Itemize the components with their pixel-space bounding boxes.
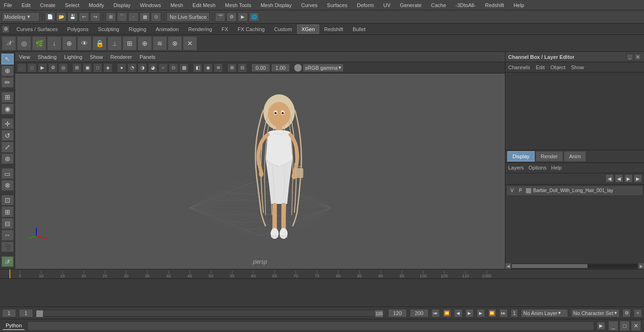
- menu-generate[interactable]: Generate: [398, 1, 423, 9]
- scroll-track[interactable]: [512, 264, 637, 268]
- menu-help[interactable]: Help: [512, 1, 526, 9]
- menu-select[interactable]: Select: [63, 1, 82, 9]
- shelf-icon-8[interactable]: ⟂: [107, 36, 122, 50]
- layers-menu-help[interactable]: Help: [551, 165, 562, 170]
- script-tab-python[interactable]: Python: [3, 322, 25, 330]
- vp-cam-settings-btn[interactable]: ⚙: [48, 63, 58, 73]
- script-run-btn[interactable]: ▶: [597, 322, 605, 330]
- vp-shading4-btn[interactable]: ◕: [148, 63, 157, 73]
- layer-arrow-right2[interactable]: ▶: [634, 174, 642, 183]
- timeline-track[interactable]: [0, 279, 644, 307]
- layers-scrollbar[interactable]: ◀ ▶: [505, 263, 644, 269]
- vp-texture-btn[interactable]: ▦: [179, 63, 189, 73]
- shelf-icon-6[interactable]: 👁: [77, 36, 91, 50]
- snap-surface-btn[interactable]: ▦: [140, 12, 150, 22]
- cb-menu-edit[interactable]: Edit: [536, 65, 545, 70]
- menu-surfaces[interactable]: Surfaces: [325, 1, 349, 9]
- transform-tool[interactable]: ⊕: [1, 65, 14, 76]
- shelf-tab-custom[interactable]: Custom: [270, 24, 297, 34]
- anim-layer-dropdown[interactable]: No Anim Layer ▾: [521, 309, 568, 317]
- bottom-anim-btn[interactable]: ≈: [634, 309, 642, 317]
- playback-scrubber[interactable]: 120: [36, 310, 385, 316]
- menu-file[interactable]: File: [2, 1, 14, 9]
- shelf-settings-btn[interactable]: ⚙: [2, 25, 9, 33]
- layer-arrow-left2[interactable]: ◀: [615, 174, 623, 183]
- vp-menu-shading[interactable]: Shading: [36, 53, 58, 61]
- measure-tool[interactable]: ↔: [1, 230, 14, 241]
- playback-prev[interactable]: ◀: [454, 309, 462, 317]
- shelf-tab-animation[interactable]: Animation: [151, 24, 183, 34]
- timeline-scrubber[interactable]: [9, 269, 10, 278]
- display-tool[interactable]: ⊡: [1, 195, 14, 206]
- vp-menu-panels[interactable]: Panels: [138, 53, 157, 61]
- char-set-dropdown[interactable]: No Character Set ▾: [571, 309, 619, 317]
- shelf-tab-fx-caching[interactable]: FX Caching: [233, 24, 269, 34]
- render-settings-btn[interactable]: ⚙: [226, 12, 237, 22]
- vp-shadow-btn[interactable]: ◧: [193, 63, 202, 73]
- vp-rotation-y[interactable]: 1.00: [271, 64, 290, 72]
- magnet-btn[interactable]: ⊙: [151, 12, 161, 22]
- frame-marker[interactable]: 1: [19, 309, 33, 317]
- vp-grid-btn[interactable]: ⊞: [227, 63, 237, 73]
- layout-tool[interactable]: ⊟: [1, 218, 14, 229]
- universal-tool[interactable]: ⊛: [1, 154, 14, 164]
- close-btn[interactable]: ✕: [631, 321, 641, 331]
- snap-curve-btn[interactable]: ⌒: [117, 12, 127, 22]
- maximize-btn[interactable]: □: [619, 321, 630, 331]
- shelf-tab-redshift[interactable]: Redshift: [320, 24, 347, 34]
- vp-shading5-btn[interactable]: ○: [158, 63, 168, 73]
- layer-row[interactable]: V P Barbie_Doll_With_Long_Hair_001_lay: [506, 186, 643, 196]
- menu-modify[interactable]: Modify: [87, 1, 106, 9]
- vp-video-btn[interactable]: ▶: [38, 63, 47, 73]
- menu-edit-mesh[interactable]: Edit Mesh: [190, 1, 217, 9]
- grid-tool[interactable]: ⊞: [1, 206, 14, 217]
- ipr-btn[interactable]: ▶: [238, 12, 248, 22]
- vp-menu-renderer[interactable]: Renderer: [108, 53, 134, 61]
- vp-wireframe-btn[interactable]: ⊞: [72, 63, 82, 73]
- cb-menu-show[interactable]: Show: [571, 65, 584, 70]
- shelf-icon-3[interactable]: 🌿: [32, 36, 46, 50]
- menu-mesh-tools[interactable]: Mesh Tools: [223, 1, 253, 9]
- vp-smooth-btn[interactable]: ▣: [83, 63, 92, 73]
- vp-filmgate-btn[interactable]: □: [27, 63, 37, 73]
- shelf-icon-1[interactable]: 𝒳: [2, 36, 16, 50]
- menu-uv[interactable]: UV: [381, 1, 392, 9]
- shelf-icon-7[interactable]: 🔒: [92, 36, 107, 50]
- render-btn[interactable]: 🎬: [215, 12, 225, 22]
- shelf-icon-5[interactable]: ⊕: [62, 36, 76, 50]
- soft-select-tool[interactable]: ◉: [1, 104, 14, 114]
- display-tab-display[interactable]: Display: [507, 151, 535, 162]
- menu-cache[interactable]: Cache: [429, 1, 448, 9]
- vp-rotation-x[interactable]: 0.00: [251, 64, 270, 72]
- shelf-icon-10[interactable]: ⊕: [138, 36, 152, 50]
- undo-btn[interactable]: ↩: [79, 12, 89, 22]
- no-live-surface-btn[interactable]: No Live Surface: [166, 12, 210, 22]
- vp-menu-show[interactable]: Show: [88, 53, 105, 61]
- cb-menu-channels[interactable]: Channels: [508, 65, 530, 70]
- vp-xray-btn[interactable]: ◈: [103, 63, 113, 73]
- vp-motion-blur-btn[interactable]: ≋: [214, 63, 223, 73]
- menu-deform[interactable]: Deform: [355, 1, 376, 9]
- vp-shading6-btn[interactable]: ⊙: [169, 63, 178, 73]
- select-tool[interactable]: ↖: [1, 54, 14, 65]
- menu-windows[interactable]: Windows: [138, 1, 163, 9]
- display-tab-render[interactable]: Render: [536, 151, 563, 162]
- menu-create[interactable]: Create: [38, 1, 58, 9]
- menu-redshift[interactable]: Redshift: [483, 1, 506, 9]
- new-btn[interactable]: 📄: [45, 12, 55, 22]
- vp-camera-btn[interactable]: 🎥: [17, 63, 26, 73]
- playback-first[interactable]: ⏮: [431, 309, 440, 317]
- shelf-icon-2[interactable]: ◎: [17, 36, 31, 50]
- layer-arrow-left[interactable]: ◀: [605, 174, 614, 183]
- vp-ao-btn[interactable]: ◉: [203, 63, 213, 73]
- lasso-tool[interactable]: ⊗: [1, 180, 14, 191]
- menu-display[interactable]: Display: [112, 1, 132, 9]
- open-btn[interactable]: 📂: [56, 12, 66, 22]
- paint-tool[interactable]: ✏: [1, 77, 14, 88]
- playback-next-key[interactable]: ⏩: [488, 309, 496, 317]
- vp-colorspace-dropdown[interactable]: sRGB gamma ▾: [303, 64, 344, 72]
- shelf-tab-bullet[interactable]: Bullet: [348, 24, 370, 34]
- timeline-ruler[interactable]: 5101520253035404550556065707580859095100…: [0, 269, 644, 279]
- frame-display-right[interactable]: 1: [511, 309, 518, 317]
- rotate-tool[interactable]: ↺: [1, 130, 14, 141]
